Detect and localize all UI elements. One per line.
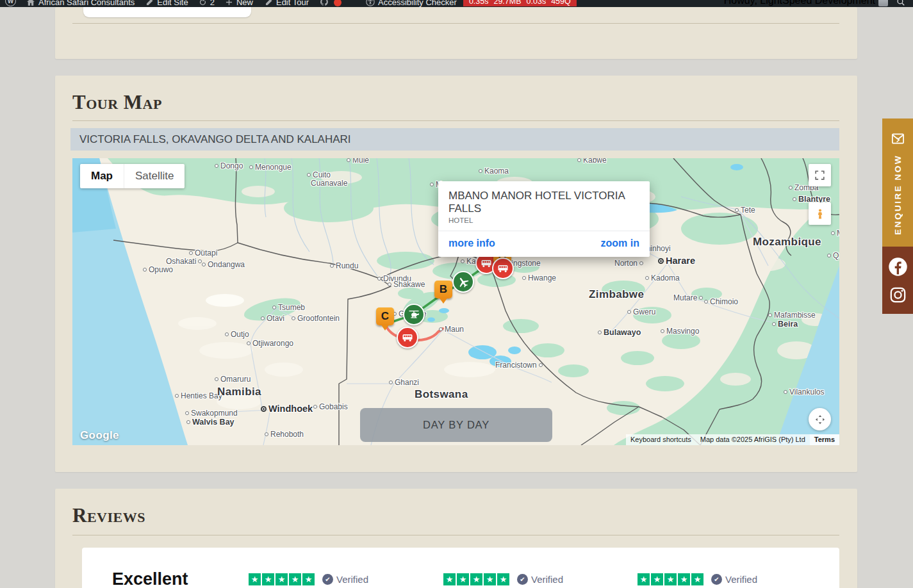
star-icon: ★ (443, 573, 456, 585)
tour-map-card: Tour Map VICTORIA FALLS, OKAVANGO DELTA … (55, 76, 857, 472)
terms-link[interactable]: Terms (810, 434, 839, 445)
map-type-map-button[interactable]: Map (80, 164, 124, 188)
site-menu[interactable]: African Safari Consultants (26, 0, 135, 6)
star-icon: ★ (302, 573, 315, 585)
site-name: African Safari Consultants (38, 0, 135, 6)
pencil-icon (265, 0, 273, 6)
fullscreen-button[interactable] (809, 164, 831, 186)
plus-icon (225, 0, 233, 6)
updates-button[interactable]: 2 (199, 0, 215, 6)
trustpilot-review[interactable]: ★★★★★ ✔Verified (637, 573, 757, 585)
star-icon: ★ (276, 573, 288, 585)
day-by-day-button[interactable]: DAY BY DAY (360, 408, 552, 442)
enquire-now-tab[interactable]: ENQUIRE NOW (882, 118, 913, 247)
update-icon (199, 0, 207, 6)
notification-red-dot[interactable] (334, 0, 341, 6)
info-window-subtitle: HOTEL (438, 216, 650, 231)
keyboard-shortcuts-button[interactable]: Keyboard shortcuts (626, 434, 696, 445)
map-type-satellite-button[interactable]: Satellite (124, 164, 185, 188)
star-icon: ★ (484, 573, 496, 585)
trustpilot-stars: ★★★★★ (249, 573, 315, 585)
map-type-control: Map Satellite (80, 164, 185, 188)
reviews-card: Reviews Excellent ★★★★★ ✔Verified ★★★★★ … (55, 489, 857, 588)
verified-check-icon: ✔ (711, 574, 722, 585)
google-logo[interactable]: Google (80, 429, 119, 442)
pan-arrows-icon (814, 414, 826, 425)
star-icon: ★ (678, 573, 690, 585)
enquire-now-label: ENQUIRE NOW (893, 154, 903, 235)
tour-map-heading: Tour Map (72, 91, 162, 114)
social-tab (882, 247, 913, 314)
star-icon: ★ (691, 573, 703, 585)
map-marker-C[interactable]: C (376, 307, 394, 325)
reviews-heading: Reviews (72, 504, 145, 527)
fullscreen-icon (814, 169, 826, 181)
pencil-icon (145, 0, 154, 6)
wordpress-logo-icon[interactable]: W (5, 0, 16, 6)
star-icon: ★ (289, 573, 301, 585)
star-icon: ★ (637, 573, 650, 585)
accessibility-checker-button[interactable]: Accessibility Checker (366, 0, 457, 6)
trustpilot-rating-label: Excellent (112, 569, 188, 588)
howdy-menu[interactable]: Howdy, LightSpeed Development (724, 0, 888, 6)
zoom-in-link[interactable]: zoom in (601, 238, 639, 249)
divider (72, 120, 839, 121)
home-icon (26, 0, 35, 6)
map-marker-bus-icon[interactable] (492, 257, 514, 279)
trustpilot-stars: ★★★★★ (443, 573, 509, 585)
map-info-window: MBANO MANOR HOTEL VICTORIA FALLS HOTEL m… (438, 181, 650, 257)
pegman-button[interactable] (809, 202, 831, 225)
star-icon: ★ (651, 573, 663, 585)
more-info-link[interactable]: more info (448, 238, 495, 249)
search-icon[interactable] (896, 0, 905, 6)
star-icon: ★ (497, 573, 509, 585)
star-icon: ★ (262, 573, 274, 585)
divider (72, 23, 839, 24)
enquire-envelope-icon (891, 131, 905, 146)
trustpilot-stars: ★★★★★ (637, 573, 703, 585)
qm-page-time: 0.35s (469, 0, 489, 6)
info-window-title: MBANO MANOR HOTEL VICTORIA FALLS (438, 181, 650, 216)
map-data-attribution: Map data ©2025 AfriGIS (Pty) Ltd (696, 434, 810, 445)
divider (72, 535, 839, 535)
star-icon: ★ (457, 573, 469, 585)
map-marker-B[interactable]: B (434, 281, 452, 298)
wp-admin-bar: W African Safari Consultants Edit Site 2… (0, 0, 913, 7)
new-content-button[interactable]: New (225, 0, 253, 6)
trustpilot-widget: Excellent ★★★★★ ✔Verified ★★★★★ ✔Verifie… (82, 548, 839, 588)
white-panel-remnant (83, 6, 251, 17)
top-partial-card (55, 7, 857, 59)
pan-control-button[interactable] (809, 408, 831, 430)
qm-db-time: 0.03s (527, 0, 547, 6)
map-marker-plane-icon[interactable] (452, 271, 474, 293)
query-monitor[interactable]: 0.35s 29.7MB 0.03s 459Q (463, 0, 577, 6)
facebook-icon[interactable] (888, 257, 908, 277)
edit-site-button[interactable]: Edit Site (145, 0, 188, 6)
map-marker-heli-icon[interactable] (403, 304, 425, 325)
qm-queries: 459Q (551, 0, 571, 6)
map-attribution: Keyboard shortcuts Map data ©2025 AfriGI… (626, 434, 839, 445)
star-icon: ★ (470, 573, 482, 585)
google-map-canvas[interactable]: MuleDongoMenongueCuitoCuanavaleKaomaKabw… (72, 158, 839, 445)
map-marker-bus-icon[interactable] (397, 327, 418, 348)
instagram-icon[interactable] (889, 286, 907, 304)
star-icon: ★ (249, 573, 261, 585)
qm-memory: 29.7MB (493, 0, 521, 6)
trustpilot-review[interactable]: ★★★★★ ✔Verified (249, 573, 368, 585)
pegman-icon (814, 208, 826, 220)
star-icon: ★ (664, 573, 677, 585)
trustpilot-review[interactable]: ★★★★★ ✔Verified (443, 573, 563, 585)
edit-tour-button[interactable]: Edit Tour (265, 0, 309, 6)
verified-check-icon: ✔ (322, 574, 333, 585)
octocat-icon[interactable] (320, 0, 329, 6)
verified-check-icon: ✔ (517, 574, 528, 585)
avatar (878, 0, 888, 6)
tour-title-bar[interactable]: VICTORIA FALLS, OKAVANGO DELTA AND KALAH… (70, 128, 839, 151)
universal-access-icon (366, 0, 375, 6)
